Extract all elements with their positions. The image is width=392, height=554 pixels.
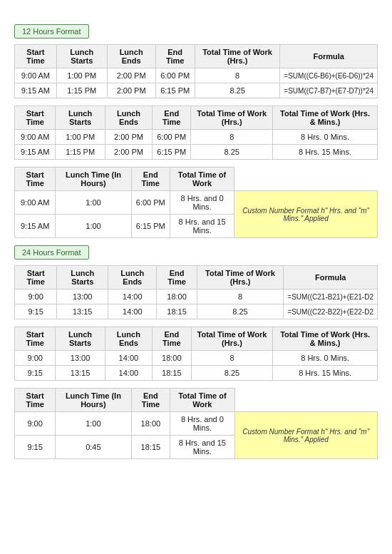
cell-0-3: 18:00 [157,289,197,304]
col-header-0-0-2: Lunch Ends [107,45,155,68]
col-header-1-0-3: End Time [157,266,197,289]
cell-0-3: 6:00 PM [155,68,195,83]
table-row: 9:1513:1514:0018:158.258 Hrs. 15 Mins. [15,366,378,381]
section-1: 24 Hours FormatStart TimeLunch StartsLun… [14,245,378,459]
highlight-cell-0: Custom Number Format h" Hrs. and "m" Min… [234,191,378,238]
cell-0-1: 1:00 [56,412,131,436]
cell-1-4: 8.25 [197,304,284,319]
cell-1-0: 9:15 [15,304,57,319]
col-header-1-0-5: Formula [284,266,378,289]
col-header-0-0-5: Formula [280,45,378,68]
cell-1-1: 1:00 [56,215,131,238]
col-header-0-2-0: Start Time [15,168,56,191]
table-row: 9:0013:0014:0018:008=SUM((C21-B21)+(E21-… [15,289,378,304]
cell-1-0: 9:15 [15,436,56,459]
cell-1-3: 18:15 [157,304,197,319]
table-row: 9:0013:0014:0018:0088 Hrs. 0 Mins. [15,351,378,366]
col-header-0-0-3: End Time [155,45,195,68]
cell-1-3: 18:15 [152,366,191,381]
cell-0-1: 13:00 [56,351,105,366]
cell-1-3: 6:15 PM [155,83,195,98]
cell-0-2: 14:00 [108,289,157,304]
cell-1-5: 8 Hrs. 15 Mins. [273,145,378,160]
cell-1-2: 2:00 PM [107,83,155,98]
col-header-1-2-0: Start Time [15,389,56,412]
col-header-1-1-2: Lunch Ends [105,327,152,351]
table-1-2: Start TimeLunch Time (In Hours)End TimeT… [14,388,378,459]
cell-0-0: 9:00 AM [15,191,56,215]
table-row: 9:1513:1514:0018:158.25=SUM((C22-B22)+(E… [15,304,378,319]
cell-1-5: =SUM((C7-B7)+(E7-D7))*24 [280,83,378,98]
table-1-1: Start TimeLunch StartsLunch EndsEnd Time… [14,327,378,381]
table-1-0: Start TimeLunch StartsLunch EndsEnd Time… [14,265,378,319]
cell-1-5: 8 Hrs. 15 Mins. [273,366,378,381]
cell-0-1: 1:00 PM [56,68,107,83]
col-header-0-1-2: Lunch Ends [105,106,152,130]
cell-1-4: 8.25 [191,366,273,381]
cell-0-4: 8 [197,289,284,304]
table-0-1: Start TimeLunch StartsLunch EndsEnd Time… [14,106,378,160]
col-header-1-0-1: Lunch Starts [57,266,108,289]
col-header-0-2-1: Lunch Time (In Hours) [56,168,131,191]
cell-1-1: 1:15 PM [56,145,105,160]
col-header-1-1-4: Total Time of Work (Hrs.) [191,327,273,351]
cell-0-1: 1:00 [56,191,131,215]
col-header-1-2-2: End Time [131,389,170,412]
cell-1-4: 8.25 [191,145,273,160]
table-row: 9:00 AM1:00 PM2:00 PM6:00 PM8=SUM((C6-B6… [15,68,378,83]
cell-0-5: 8 Hrs. 0 Mins. [273,351,378,366]
cell-1-2: 18:15 [131,436,170,459]
cell-1-5: =SUM((C22-B22)+(E22-D2 [284,304,378,319]
format-badge-0: 12 Hours Format [14,24,89,39]
cell-0-2: 6:00 PM [131,191,170,215]
col-header-0-1-0: Start Time [15,106,56,130]
cell-0-3: 6:00 PM [153,130,191,145]
cell-1-3: 8 Hrs. and 15 Mins. [170,436,234,459]
col-header-0-1-5: Total Time of Work (Hrs. & Mins.) [273,106,378,130]
cell-1-0: 9:15 AM [15,215,56,238]
cell-1-0: 9:15 AM [15,145,56,160]
col-header-0-2-2: End Time [131,168,170,191]
table-0-2: Start TimeLunch Time (In Hours)End TimeT… [14,167,378,238]
cell-0-5: =SUM((C6-B6)+(E6-D6))*24 [280,68,378,83]
cell-1-1: 13:15 [57,304,108,319]
cell-0-5: =SUM((C21-B21)+(E21-D2 [284,289,378,304]
cell-0-4: 8 [191,130,273,145]
cell-0-0: 9:00 AM [15,130,56,145]
cell-1-2: 14:00 [108,304,157,319]
col-header-0-0-1: Lunch Starts [56,45,107,68]
cell-1-2: 14:00 [105,366,152,381]
cell-0-0: 9:00 [15,289,57,304]
col-header-0-2-3: Total Time of Work [170,168,234,191]
col-header-0-1-3: End Time [153,106,191,130]
cell-0-1: 13:00 [57,289,108,304]
cell-0-4: 8 [195,68,280,83]
cell-0-2: 2:00 PM [105,130,152,145]
highlight-cell-0: Custom Number Format h" Hrs. and "m" Min… [234,412,377,459]
col-header-1-0-0: Start Time [15,266,57,289]
cell-0-3: 18:00 [152,351,191,366]
cell-0-3: 8 Hrs. and 0 Mins. [170,191,234,215]
cell-0-0: 9:00 [15,351,56,366]
cell-0-2: 14:00 [105,351,152,366]
col-header-1-1-5: Total Time of Work (Hrs. & Mins.) [273,327,378,351]
cell-0-4: 8 [191,351,273,366]
cell-0-2: 2:00 PM [107,68,155,83]
cell-1-2: 6:15 PM [131,215,170,238]
cell-0-0: 9:00 AM [15,68,57,83]
col-header-0-0-4: Total Time of Work (Hrs.) [195,45,280,68]
col-header-1-0-4: Total Time of Work (Hrs.) [197,266,284,289]
cell-1-1: 1:15 PM [56,83,107,98]
cell-0-5: 8 Hrs. 0 Mins. [273,130,378,145]
table-0-0: Start TimeLunch StartsLunch EndsEnd Time… [14,44,378,98]
col-header-1-0-2: Lunch Ends [108,266,157,289]
col-header-0-0-0: Start Time [15,45,57,68]
cell-1-4: 8.25 [195,83,280,98]
col-header-1-2-1: Lunch Time (In Hours) [56,389,131,412]
cell-0-3: 8 Hrs. and 0 Mins. [170,412,234,436]
col-header-1-2-3: Total Time of Work [170,389,234,412]
format-badge-1: 24 Hours Format [14,245,89,260]
cell-0-0: 9:00 [15,412,56,436]
table-row: 9:15 AM1:15 PM2:00 PM6:15 PM8.25=SUM((C7… [15,83,378,98]
cell-1-2: 2:00 PM [105,145,152,160]
